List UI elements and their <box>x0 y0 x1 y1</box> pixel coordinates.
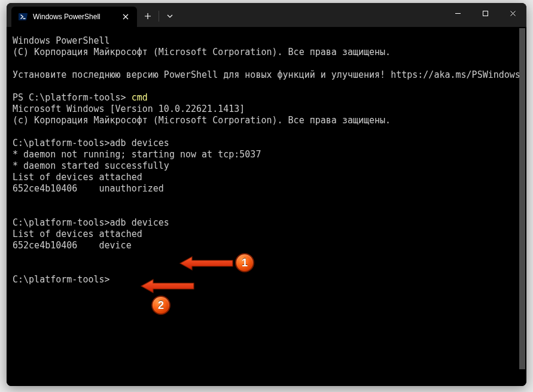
new-tab-button[interactable] <box>138 7 157 26</box>
line: C:\platform-tools> <box>13 274 110 285</box>
scrollbar-thumb[interactable] <box>519 28 525 369</box>
tab-divider <box>159 11 159 22</box>
terminal-window: Windows PowerShell Windows PowerShell (C… <box>7 3 526 386</box>
tab-powershell[interactable]: Windows PowerShell <box>11 7 137 27</box>
tab-title: Windows PowerShell <box>33 13 115 21</box>
minimize-button[interactable] <box>444 3 471 23</box>
svg-rect-3 <box>483 11 488 16</box>
line: 652ce4b10406 device <box>13 240 132 251</box>
maximize-button[interactable] <box>471 3 499 23</box>
line: * daemon started successfully <box>13 160 169 171</box>
line: (c) Корпорация Майкрософт (Microsoft Cor… <box>13 115 391 126</box>
line: C:\platform-tools>adb devices <box>13 217 169 228</box>
line: 652ce4b10406 unauthorized <box>13 183 164 194</box>
line: List of devices attached <box>13 172 142 183</box>
terminal-output[interactable]: Windows PowerShell (C) Корпорация Майкро… <box>7 27 526 386</box>
tab-close-button[interactable] <box>120 11 131 22</box>
command: cmd <box>132 92 148 103</box>
line: Windows PowerShell <box>13 35 110 46</box>
window-controls <box>444 3 526 23</box>
powershell-icon <box>19 12 28 22</box>
line: Установите последнюю версию PowerShell д… <box>13 69 520 80</box>
tab-dropdown-button[interactable] <box>160 7 179 26</box>
line: (C) Корпорация Майкрософт (Microsoft Cor… <box>13 47 391 57</box>
prompt: PS C:\platform-tools> <box>13 92 132 103</box>
line: Microsoft Windows [Version 10.0.22621.14… <box>13 104 245 114</box>
close-button[interactable] <box>499 3 526 23</box>
scrollbar[interactable] <box>519 28 525 384</box>
line: List of devices attached <box>13 229 142 239</box>
line: C:\platform-tools>adb devices <box>13 138 169 148</box>
titlebar[interactable]: Windows PowerShell <box>7 3 526 27</box>
line: * daemon not running; starting now at tc… <box>13 149 261 160</box>
